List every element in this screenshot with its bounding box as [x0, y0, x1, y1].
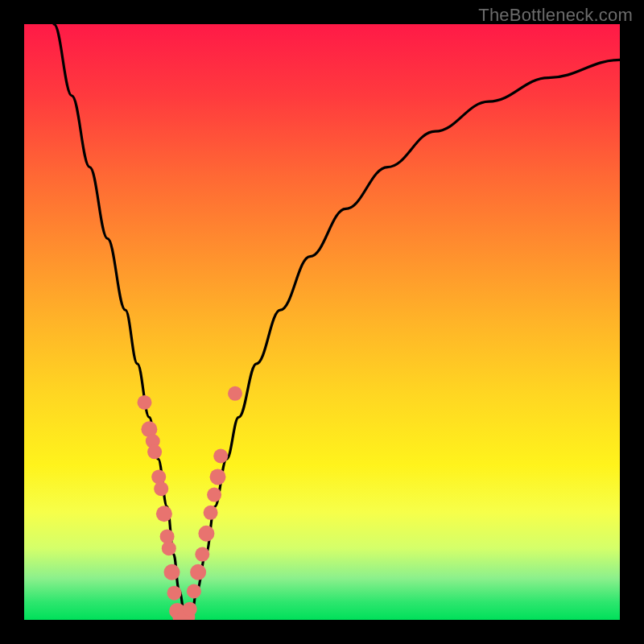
sample-marker: [213, 449, 228, 464]
chart-svg: [24, 24, 620, 620]
sample-marker: [167, 586, 182, 601]
sample-marker: [190, 564, 206, 580]
sample-marker: [183, 602, 197, 617]
sample-marker: [228, 386, 242, 401]
sample-marker: [154, 481, 168, 496]
sample-marker: [151, 469, 166, 484]
sample-markers-group: [138, 386, 243, 620]
sample-marker: [138, 395, 152, 410]
sample-marker: [156, 506, 172, 522]
sample-marker: [147, 444, 162, 459]
sample-marker: [195, 547, 209, 562]
sample-marker: [210, 469, 226, 485]
sample-marker: [198, 526, 214, 542]
watermark-text: TheBottleneck.com: [478, 5, 633, 26]
sample-marker: [204, 506, 218, 520]
sample-marker: [162, 541, 176, 555]
sample-marker: [187, 584, 201, 599]
bottleneck-curve: [54, 24, 620, 620]
sample-marker: [207, 488, 221, 502]
chart-plot-area: [24, 24, 620, 620]
sample-marker: [164, 564, 180, 580]
